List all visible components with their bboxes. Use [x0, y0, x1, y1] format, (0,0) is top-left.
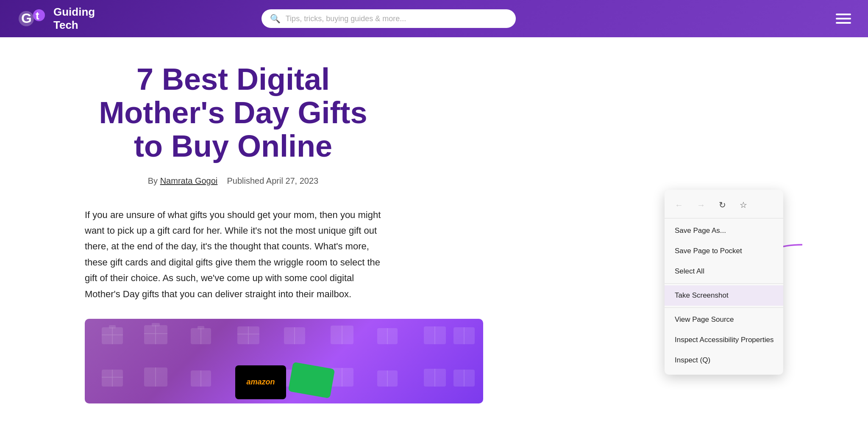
context-menu-reload-button[interactable]: ↻ [717, 198, 728, 212]
context-menu-divider-1 [665, 283, 783, 284]
context-menu-item-save-pocket[interactable]: Save Page to Pocket [665, 241, 783, 261]
article-title: 7 Best Digital Mother's Day Gifts to Buy… [85, 63, 381, 163]
context-menu-item-select-all[interactable]: Select All [665, 261, 783, 282]
meta-prefix: By [148, 176, 158, 185]
svg-text:t: t [36, 9, 39, 22]
context-menu: ← → ↻ ☆ Save Page As... Save Page to Poc… [665, 190, 783, 375]
image-cards: amazon [235, 365, 333, 399]
context-menu-forward-button[interactable]: → [695, 199, 707, 212]
article-main: 7 Best Digital Mother's Day Gifts to Buy… [0, 37, 868, 420]
published-date: Published April 27, 2023 [227, 176, 319, 185]
context-menu-divider-2 [665, 307, 783, 308]
context-menu-item-save-page-as[interactable]: Save Page As... [665, 221, 783, 241]
site-header: G t Guiding Tech 🔍 Tips, tricks, buying … [0, 0, 868, 37]
context-menu-item-view-source[interactable]: View Page Source [665, 309, 783, 330]
svg-text:G: G [21, 11, 32, 26]
context-menu-item-inspect[interactable]: Inspect (Q) [665, 350, 783, 370]
logo-area: G t Guiding Tech [17, 6, 95, 32]
author-link[interactable]: Namrata Gogoi [160, 176, 218, 185]
site-logo-icon: G t [17, 6, 47, 31]
amazon-card: amazon [235, 365, 286, 399]
site-logo-text: Guiding Tech [53, 6, 95, 32]
article-body-text: If you are unsure of what gifts you shou… [85, 207, 381, 302]
article-hero-image: amazon [85, 319, 483, 403]
context-menu-back-button[interactable]: ← [673, 199, 685, 212]
context-menu-item-inspect-accessibility[interactable]: Inspect Accessibility Properties [665, 330, 783, 350]
context-menu-nav-row: ← → ↻ ☆ [665, 194, 783, 218]
hamburger-menu-button[interactable] [836, 14, 851, 24]
context-menu-bookmark-button[interactable]: ☆ [738, 198, 749, 212]
search-bar[interactable]: 🔍 Tips, tricks, buying guides & more... [262, 9, 516, 28]
search-icon: 🔍 [270, 14, 281, 24]
spotify-card [288, 362, 335, 398]
article-meta: By Namrata Gogoi Published April 27, 202… [85, 176, 381, 186]
context-menu-item-take-screenshot[interactable]: Take Screenshot [665, 285, 783, 306]
search-placeholder-text: Tips, tricks, buying guides & more... [286, 14, 406, 23]
